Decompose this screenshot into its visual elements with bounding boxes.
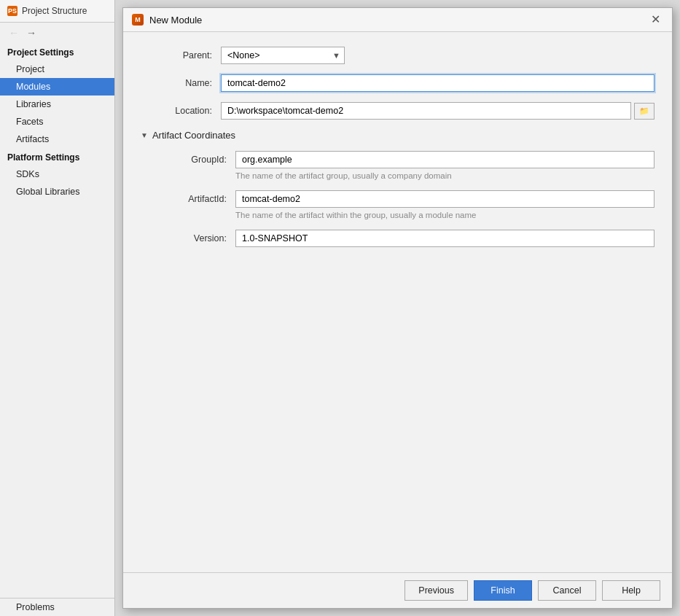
sidebar-nav: ← → xyxy=(0,23,114,43)
sidebar-item-project[interactable]: Project xyxy=(0,61,114,78)
sidebar: PS Project Structure ← → Project Setting… xyxy=(0,0,115,616)
previous-button[interactable]: Previous xyxy=(405,580,468,601)
dialog-close-button[interactable]: ✕ xyxy=(648,14,663,26)
version-control xyxy=(235,230,654,247)
groupid-input[interactable] xyxy=(235,151,654,168)
location-control: 📁 xyxy=(221,102,654,120)
dialog-body: Parent: <None> ▼ Name: xyxy=(123,32,672,572)
artifact-section-title: Artifact Coordinates xyxy=(152,130,235,141)
groupid-control: The name of the artifact group, usually … xyxy=(235,151,654,180)
location-row: Location: 📁 xyxy=(141,102,654,120)
nav-forward-button[interactable]: → xyxy=(23,26,39,40)
location-row-inner: 📁 xyxy=(221,102,654,120)
parent-label: Parent: xyxy=(141,50,221,61)
parent-select[interactable]: <None> xyxy=(221,47,345,64)
groupid-hint: The name of the artifact group, usually … xyxy=(235,171,654,180)
project-settings-header: Project Settings xyxy=(0,43,114,61)
sidebar-item-modules[interactable]: Modules xyxy=(0,78,114,95)
finish-button[interactable]: Finish xyxy=(474,580,532,601)
artifact-section: ▼ Artifact Coordinates GroupId: The name… xyxy=(141,130,654,247)
parent-row: Parent: <None> ▼ xyxy=(141,47,654,64)
sidebar-item-libraries[interactable]: Libraries xyxy=(0,95,114,113)
dialog-titlebar: M New Module ✕ xyxy=(123,8,672,32)
platform-settings-header: Platform Settings xyxy=(0,148,114,165)
artifactid-label: ArtifactId: xyxy=(141,190,235,204)
collapse-arrow-icon: ▼ xyxy=(141,131,148,139)
name-input[interactable] xyxy=(221,74,654,92)
main-area: M New Module ✕ Parent: <None> ▼ xyxy=(115,0,680,616)
browse-button[interactable]: 📁 xyxy=(634,103,654,120)
version-row: Version: xyxy=(141,230,654,247)
parent-select-wrapper: <None> ▼ xyxy=(221,47,345,64)
cancel-button[interactable]: Cancel xyxy=(538,580,596,601)
dialog-title-icon: M xyxy=(132,14,144,26)
dialog-footer: Previous Finish Cancel Help xyxy=(123,572,672,608)
artifactid-row: ArtifactId: The name of the artifact wit… xyxy=(141,190,654,219)
version-input[interactable] xyxy=(235,230,654,247)
sidebar-item-facets[interactable]: Facets xyxy=(0,113,114,130)
location-input[interactable] xyxy=(221,102,631,120)
sidebar-item-artifacts[interactable]: Artifacts xyxy=(0,130,114,148)
parent-control: <None> ▼ xyxy=(221,47,654,64)
groupid-label: GroupId: xyxy=(141,151,235,165)
dialog-title-text: New Module xyxy=(149,15,642,26)
sidebar-item-problems[interactable]: Problems xyxy=(0,599,114,616)
location-label: Location: xyxy=(141,106,221,116)
artifact-section-header[interactable]: ▼ Artifact Coordinates xyxy=(141,130,654,141)
help-button[interactable]: Help xyxy=(602,580,660,601)
app-icon: PS xyxy=(7,6,17,16)
nav-back-button[interactable]: ← xyxy=(6,26,22,40)
name-row: Name: xyxy=(141,74,654,92)
groupid-row: GroupId: The name of the artifact group,… xyxy=(141,151,654,180)
sidebar-item-global-libraries[interactable]: Global Libraries xyxy=(0,183,114,200)
artifactid-input[interactable] xyxy=(235,190,654,208)
sidebar-item-sdks[interactable]: SDKs xyxy=(0,165,114,183)
app-title: Project Structure xyxy=(22,6,87,16)
name-label: Name: xyxy=(141,78,221,88)
new-module-dialog: M New Module ✕ Parent: <None> ▼ xyxy=(122,7,673,609)
name-control xyxy=(221,74,654,92)
artifactid-hint: The name of the artifact within the grou… xyxy=(235,211,654,219)
version-label: Version: xyxy=(141,230,235,243)
sidebar-bottom: Problems xyxy=(0,598,114,616)
sidebar-title: PS Project Structure xyxy=(0,0,114,23)
artifactid-control: The name of the artifact within the grou… xyxy=(235,190,654,219)
